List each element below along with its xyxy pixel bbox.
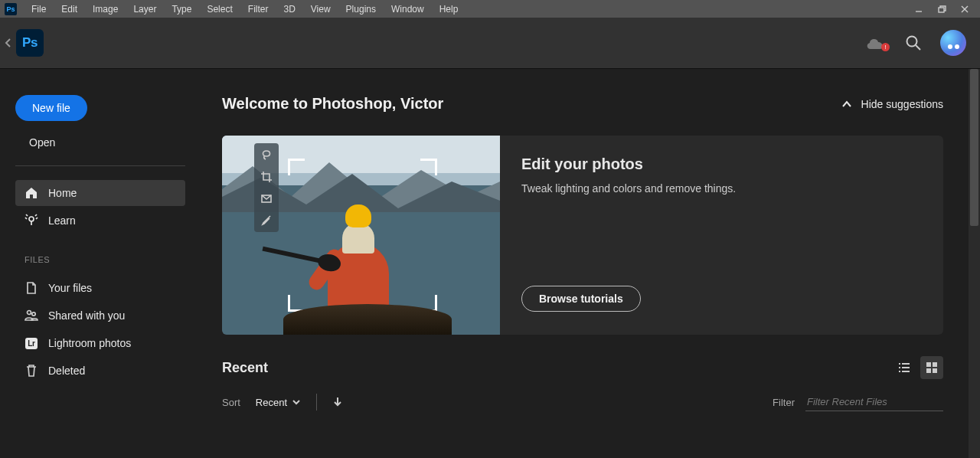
menu-type[interactable]: Type [165, 2, 198, 16]
sidebar-separator [15, 165, 185, 166]
svg-line-9 [36, 218, 38, 219]
svg-rect-23 [926, 362, 931, 367]
nav-shared-label: Shared with you [48, 309, 125, 322]
home-icon [24, 186, 38, 200]
learn-icon [24, 214, 38, 227]
svg-point-13 [32, 312, 35, 316]
files-section-label: FILES [24, 255, 185, 264]
svg-rect-18 [902, 363, 910, 365]
menu-edit[interactable]: Edit [54, 2, 84, 16]
card-hero-image [222, 136, 500, 335]
svg-rect-1 [939, 8, 944, 12]
sort-separator [316, 394, 317, 411]
browse-tutorials-button[interactable]: Browse tutorials [521, 286, 641, 312]
shared-icon [24, 309, 38, 322]
scrollbar[interactable] [969, 69, 980, 458]
new-file-button[interactable]: New file [15, 95, 87, 121]
svg-rect-21 [899, 371, 900, 372]
user-avatar[interactable] [940, 30, 966, 56]
chevron-up-icon [841, 99, 852, 110]
hide-suggestions-toggle[interactable]: Hide suggestions [841, 98, 943, 110]
recent-title: Recent [222, 360, 268, 376]
svg-line-8 [25, 218, 27, 219]
view-toggle [893, 356, 943, 379]
filter-label: Filter [773, 397, 795, 408]
svg-point-4 [907, 37, 917, 47]
sidebar: New file Open Home Learn FILES Your file… [0, 69, 201, 458]
scrollbar-thumb[interactable] [970, 69, 978, 226]
svg-rect-17 [899, 363, 900, 365]
sort-dropdown[interactable]: Recent [256, 397, 301, 408]
svg-rect-24 [933, 362, 937, 367]
cloud-status-icon[interactable]: ! [862, 30, 888, 56]
file-icon [24, 281, 38, 295]
svg-rect-19 [899, 367, 900, 368]
envelope-icon [260, 192, 273, 204]
menu-help[interactable]: Help [433, 2, 466, 16]
suggestion-card: Edit your photos Tweak lighting and colo… [222, 136, 943, 335]
lasso-icon [260, 149, 273, 162]
window-minimize-button[interactable] [908, 1, 929, 18]
search-icon[interactable] [900, 30, 926, 56]
lightroom-icon: Lr [24, 336, 38, 350]
svg-rect-26 [933, 368, 937, 373]
app-header: Ps ! [0, 18, 980, 69]
nav-lightroom[interactable]: Lr Lightroom photos [15, 330, 185, 356]
nav-deleted-label: Deleted [48, 365, 85, 377]
nav-home[interactable]: Home [15, 180, 185, 206]
view-list-button[interactable] [893, 356, 916, 379]
nav-shared[interactable]: Shared with you [15, 303, 185, 329]
nav-your-files[interactable]: Your files [15, 275, 185, 301]
trash-icon [24, 364, 38, 378]
card-title: Edit your photos [521, 155, 922, 173]
main-content: Welcome to Photoshop, Victor Hide sugges… [201, 69, 980, 458]
menu-view[interactable]: View [304, 2, 338, 16]
open-button[interactable]: Open [15, 129, 69, 156]
menu-filter[interactable]: Filter [241, 2, 276, 16]
svg-rect-22 [902, 371, 910, 372]
svg-line-10 [26, 214, 28, 216]
nav-home-label: Home [48, 187, 77, 199]
menu-layer[interactable]: Layer [126, 2, 163, 16]
window-restore-button[interactable] [931, 1, 952, 18]
card-subtitle: Tweak lighting and colors and remove thi… [521, 182, 922, 195]
ps-mini-logo: Ps [5, 3, 17, 15]
menubar: Ps File Edit Image Layer Type Select Fil… [0, 0, 980, 18]
svg-line-5 [916, 45, 920, 50]
nav-lightroom-label: Lightroom photos [48, 337, 131, 349]
crop-icon [260, 171, 273, 183]
chevron-down-icon [292, 397, 301, 407]
menu-plugins[interactable]: Plugins [339, 2, 383, 16]
view-grid-button[interactable] [920, 356, 943, 379]
ps-logo[interactable]: Ps [16, 29, 44, 57]
nav-learn[interactable]: Learn [15, 208, 185, 234]
menu-file[interactable]: File [24, 2, 53, 16]
svg-point-12 [28, 311, 31, 315]
svg-rect-25 [926, 368, 931, 373]
filter-input[interactable] [805, 393, 943, 411]
nav-learn-label: Learn [48, 214, 76, 227]
hide-suggestions-label: Hide suggestions [861, 98, 943, 110]
cloud-alert-badge: ! [881, 43, 890, 51]
svg-point-6 [29, 217, 34, 221]
sort-label: Sort [222, 397, 240, 408]
eyedropper-icon [260, 214, 273, 226]
hero-boat [283, 304, 452, 335]
window-close-button[interactable] [954, 1, 975, 18]
hero-toolstrip [254, 143, 279, 232]
menu-window[interactable]: Window [384, 2, 431, 16]
svg-rect-20 [902, 367, 910, 368]
menu-select[interactable]: Select [200, 2, 239, 16]
svg-line-11 [35, 214, 37, 216]
sort-value: Recent [256, 397, 287, 408]
nav-your-files-label: Your files [48, 282, 92, 294]
back-chevron-icon[interactable] [3, 38, 14, 48]
nav-deleted[interactable]: Deleted [15, 358, 185, 384]
menu-image[interactable]: Image [86, 2, 125, 16]
menu-3d[interactable]: 3D [276, 2, 302, 16]
welcome-title: Welcome to Photoshop, Victor [222, 95, 443, 113]
sort-direction-button[interactable] [332, 396, 343, 409]
